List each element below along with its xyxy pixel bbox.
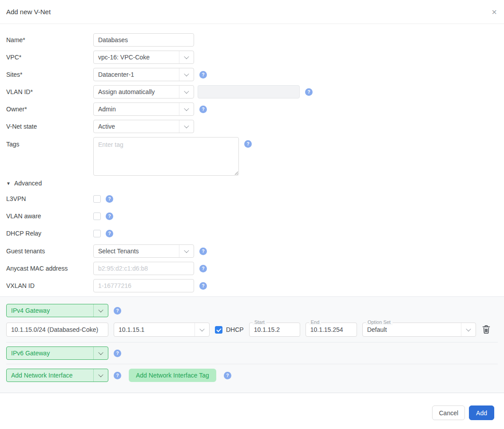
chevron-down-icon [461, 323, 476, 336]
sites-row: Sites* Datacenter-1 ? [6, 68, 498, 81]
help-icon[interactable]: ? [244, 140, 252, 148]
chevron-down-icon [179, 120, 194, 133]
sites-label: Sites* [6, 71, 93, 78]
dhcp-relay-checkbox[interactable] [93, 230, 101, 237]
dhcp-relay-row: DHCP Relay ? [6, 228, 498, 238]
help-icon[interactable]: ? [305, 88, 313, 96]
gateway-section: IPv4 Gateway ? 10.1.15.1 DHCP Start End [0, 296, 504, 393]
vnet-state-select-value: Active [94, 120, 179, 133]
l3vpn-label: L3VPN [6, 195, 93, 202]
ipv6-gateway-select-value: IPv6 Gateway [7, 347, 93, 359]
guest-tenants-select[interactable]: Select Tenants [93, 244, 194, 258]
guest-tenants-label: Guest tenants [6, 248, 93, 255]
vlan-id-row: VLAN ID* Assign automatically ? [6, 85, 498, 98]
guest-tenants-select-value: Select Tenants [94, 245, 179, 257]
help-icon[interactable]: ? [199, 71, 207, 79]
owner-label: Owner* [6, 106, 93, 113]
modal-header: Add new V-Net × [0, 0, 504, 24]
chevron-down-icon [179, 86, 194, 98]
sites-select-value: Datacenter-1 [94, 68, 179, 81]
help-icon[interactable]: ? [114, 372, 121, 379]
tags-row: Tags ? [6, 137, 498, 176]
add-vnet-modal: Add new V-Net × Name* VPC* vpc-16: VPC-C… [0, 0, 504, 429]
chevron-down-icon [194, 323, 209, 336]
vxlan-id-label: VXLAN ID [6, 282, 93, 289]
modal-title: Add new V-Net [6, 8, 51, 16]
chevron-down-icon [179, 103, 194, 115]
dhcp-checkbox[interactable] [215, 326, 222, 334]
vnet-state-row: V-Net state Active [6, 120, 498, 133]
add-network-interface-select[interactable]: Add Network Interface [6, 369, 108, 382]
vpc-row: VPC* vpc-16: VPC-Coke [6, 51, 498, 64]
owner-select-value: Admin [94, 103, 179, 115]
help-icon[interactable]: ? [114, 350, 121, 357]
help-icon[interactable]: ? [106, 213, 113, 220]
ipv4-gateway-select-value: IPv4 Gateway [7, 304, 93, 317]
add-network-interface-tag-button[interactable]: Add Network Interface Tag [129, 369, 216, 382]
anycast-mac-input[interactable] [93, 262, 194, 275]
chevron-down-icon [93, 347, 108, 359]
option-set-field: Option Set Default [362, 323, 476, 337]
chevron-down-icon [93, 304, 108, 317]
vnet-state-select[interactable]: Active [93, 120, 194, 133]
vlan-id-manual-input [198, 85, 300, 98]
help-icon[interactable]: ? [224, 372, 231, 379]
vlan-aware-row: VLAN aware ? [6, 211, 498, 221]
cancel-button[interactable]: Cancel [432, 405, 465, 420]
add-network-interface-row: Add Network Interface ? Add Network Inte… [6, 364, 498, 382]
help-icon[interactable]: ? [114, 307, 121, 315]
dhcp-toggle: DHCP [215, 326, 244, 334]
modal-body: Name* VPC* vpc-16: VPC-Coke Sites* Datac… [0, 24, 504, 296]
vpc-label: VPC* [6, 54, 93, 61]
tags-label: Tags [6, 137, 93, 148]
tags-input[interactable] [93, 137, 239, 176]
anycast-mac-label: Anycast MAC address [6, 265, 93, 272]
sites-select[interactable]: Datacenter-1 [93, 68, 194, 81]
help-icon[interactable]: ? [199, 106, 207, 113]
vxlan-id-input[interactable] [93, 279, 194, 292]
modal-footer: Cancel Add [0, 393, 504, 429]
help-icon[interactable]: ? [106, 230, 113, 237]
chevron-down-icon [93, 369, 108, 382]
close-icon[interactable]: × [492, 8, 497, 16]
help-icon[interactable]: ? [106, 195, 113, 203]
help-icon[interactable]: ? [199, 282, 207, 290]
advanced-toggle[interactable]: ▼ Advanced [6, 180, 498, 187]
chevron-down-icon [179, 245, 194, 257]
advanced-toggle-label: Advanced [14, 180, 42, 187]
ipv6-gateway-select[interactable]: IPv6 Gateway [6, 346, 108, 360]
dhcp-end-label: End [309, 319, 321, 325]
chevron-down-icon [179, 51, 194, 63]
owner-row: Owner* Admin ? [6, 102, 498, 116]
dhcp-start-field: Start [249, 323, 300, 337]
vpc-select[interactable]: vpc-16: VPC-Coke [93, 51, 194, 64]
option-set-label: Option Set [366, 319, 393, 325]
name-input[interactable] [93, 33, 194, 47]
name-row: Name* [6, 33, 498, 47]
vlan-id-select-value: Assign automatically [94, 86, 179, 98]
dhcp-end-field: End [306, 323, 357, 337]
anycast-mac-row: Anycast MAC address ? [6, 262, 498, 275]
vpc-select-value: vpc-16: VPC-Coke [94, 51, 179, 63]
vlan-aware-label: VLAN aware [6, 213, 93, 220]
ipv4-gateway-row: IPv4 Gateway ? [6, 304, 498, 317]
chevron-down-icon [179, 68, 194, 81]
ipv4-gateway-detail-row: 10.1.15.1 DHCP Start End Option Set Defa… [6, 323, 498, 342]
add-button[interactable]: Add [469, 405, 494, 420]
owner-select[interactable]: Admin [93, 102, 194, 116]
help-icon[interactable]: ? [199, 248, 207, 255]
ipv4-gateway-ip-select[interactable]: 10.1.15.1 [114, 323, 210, 337]
ipv4-subnet-input[interactable] [6, 323, 108, 337]
add-network-interface-select-value: Add Network Interface [7, 369, 93, 382]
l3vpn-checkbox[interactable] [93, 195, 101, 203]
vlan-aware-checkbox[interactable] [93, 213, 101, 220]
ipv6-gateway-row: IPv6 Gateway ? [6, 342, 498, 364]
help-icon[interactable]: ? [199, 265, 207, 272]
vlan-id-select[interactable]: Assign automatically [93, 85, 194, 98]
l3vpn-row: L3VPN ? [6, 194, 498, 204]
delete-gateway-button[interactable] [482, 325, 490, 334]
dhcp-start-label: Start [253, 319, 266, 325]
dhcp-label: DHCP [226, 326, 244, 333]
ipv4-gateway-select[interactable]: IPv4 Gateway [6, 304, 108, 317]
vxlan-id-row: VXLAN ID ? [6, 279, 498, 292]
